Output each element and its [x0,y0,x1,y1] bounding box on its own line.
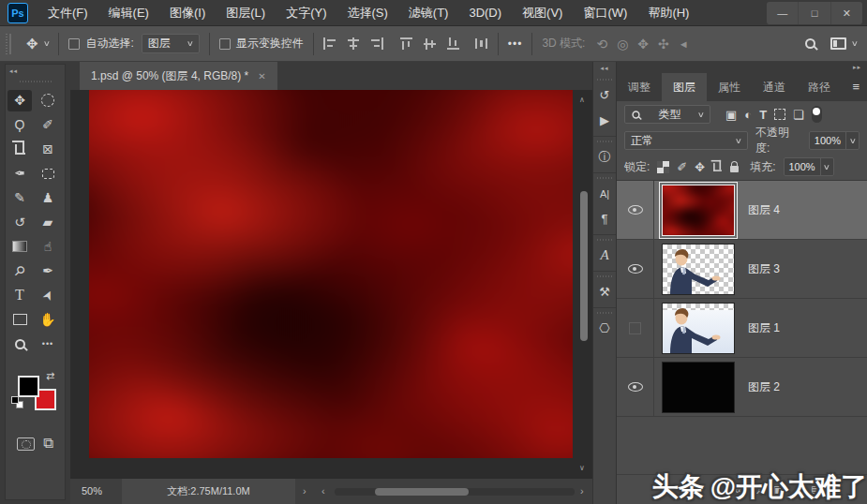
lock-position-icon[interactable]: ✥ [695,160,705,174]
layer-row-2[interactable]: 图层 2 [617,358,867,417]
swap-colors-icon[interactable]: ⇄ [46,370,54,382]
vertical-scroll-thumb[interactable] [580,191,588,341]
eraser-tool[interactable]: ▰ [36,212,60,233]
visibility-toggle[interactable] [617,181,654,239]
panel-menu-icon[interactable]: ≡ [852,80,860,94]
menu-type[interactable]: 文字(Y) [276,0,336,26]
eyedropper-tool[interactable]: ✒ [7,163,32,185]
tools-grip[interactable] [20,81,52,82]
tab-layers[interactable]: 图层 [662,73,707,101]
crop-tool[interactable] [7,139,32,160]
dodge-tool[interactable]: ⚲ [7,260,32,282]
status-expand-icon[interactable]: › [303,485,306,497]
character-panel-icon[interactable]: A| [593,181,616,206]
lock-transparency-icon[interactable] [657,161,669,173]
history-panel-icon[interactable]: ↺ [593,82,616,108]
gradient-tool[interactable] [7,236,32,258]
3d-panel-icon[interactable]: ⎔ [593,316,616,341]
filter-adjustment-layers-icon[interactable]: ◐ [744,108,752,122]
horizontal-scroll-thumb[interactable] [375,488,469,496]
layer-style-icon[interactable]: fx [754,483,762,497]
menu-filter[interactable]: 滤镜(T) [398,0,459,26]
menu-layer[interactable]: 图层(L) [216,0,276,26]
3d-roll-icon[interactable]: ◎ [617,37,628,52]
layer-name[interactable]: 图层 4 [748,202,780,218]
quick-selection-tool[interactable]: ✐ [36,114,60,136]
shape-tool[interactable] [7,309,32,331]
lock-all-icon[interactable] [730,166,739,172]
frame-tool[interactable]: ⊠ [36,139,60,160]
more-options-button[interactable]: ••• [508,37,523,51]
align-right-icon[interactable] [370,37,383,50]
auto-select-dropdown[interactable]: 图层 ∨ [142,34,200,53]
clone-stamp-tool[interactable]: ♟ [36,187,60,209]
layer-group-icon[interactable]: ▤ [811,483,821,497]
layer-row-1[interactable]: 图层 1 [617,299,867,358]
history-brush-tool[interactable]: ↺ [7,212,32,233]
layer-thumbnail-black[interactable] [662,362,735,413]
blend-mode-dropdown[interactable]: 正常 ∨ [624,131,748,150]
move-tool[interactable]: ✥ [7,90,32,111]
collapse-dock-icon[interactable]: ◂◂ [593,62,616,75]
filter-type-layers-icon[interactable]: T [759,108,767,122]
menu-help[interactable]: 帮助(H) [637,0,699,26]
show-transform-checkbox[interactable] [219,38,231,50]
layer-row-3[interactable]: 图层 3 [617,240,867,299]
expand-panel-icon[interactable]: ▸▸ [853,64,861,71]
default-colors-icon[interactable] [11,396,24,409]
hand-tool[interactable]: ✋ [36,309,60,331]
filter-pixel-layers-icon[interactable]: ▣ [725,108,737,122]
search-icon[interactable] [805,38,815,49]
path-selection-tool[interactable]: ➤ [36,285,60,306]
tab-properties[interactable]: 属性 [707,73,752,101]
3d-orbit-icon[interactable]: ⟲ [596,37,607,52]
healing-brush-tool[interactable] [36,163,60,185]
smudge-tool[interactable]: ☝ [36,236,60,258]
tool-preset-chevron-icon[interactable]: ∨ [42,39,50,48]
visibility-toggle[interactable] [617,240,654,298]
glyphs-panel-icon[interactable]: A [593,243,616,268]
layer-row-4[interactable]: 图层 4 [617,181,867,240]
marquee-tool[interactable] [36,90,60,111]
dock-grip[interactable] [597,79,612,81]
layer-name[interactable]: 图层 2 [748,379,780,395]
adjustment-layer-icon[interactable]: ◐ [794,483,800,497]
align-vertical-center-icon[interactable] [424,37,437,50]
document-image-red-clouds[interactable] [89,90,573,458]
lasso-tool[interactable]: Ϙ [7,114,32,136]
menu-image[interactable]: 图像(I) [159,0,216,26]
3d-camera-icon[interactable]: ◄ [679,38,689,50]
layer-thumbnail-red-clouds[interactable] [662,185,735,236]
vertical-scrollbar[interactable]: ∧ ∨ [576,90,590,478]
align-left-icon[interactable] [323,37,336,50]
close-button[interactable]: ✕ [830,2,862,24]
tab-channels[interactable]: 通道 [752,73,797,101]
lock-pixels-icon[interactable]: ✐ [677,160,687,174]
align-bottom-icon[interactable] [447,37,460,50]
align-top-icon[interactable] [400,37,413,50]
scroll-left-icon[interactable]: ‹ [321,485,325,497]
visibility-toggle[interactable] [617,299,654,357]
brush-tool[interactable]: ✎ [7,187,32,209]
workspace-switcher-icon[interactable] [830,37,846,50]
layer-name[interactable]: 图层 3 [748,261,780,277]
screen-mode-button[interactable]: ⧉ [43,435,53,452]
fill-field[interactable]: 100% ∨ [784,157,834,176]
scroll-up-icon[interactable]: ∧ [579,96,585,104]
delete-layer-icon[interactable]: ▯ [851,483,858,497]
zoom-level[interactable]: 50% [82,485,102,497]
document-tab[interactable]: 1.psd @ 50% (图层 4, RGB/8) * ✕ [80,62,277,90]
edit-toolbar-button[interactable]: ••• [36,334,60,355]
3d-pan-icon[interactable]: ✥ [637,37,649,52]
type-tool[interactable]: T [7,285,32,306]
menu-3d[interactable]: 3D(D) [458,0,512,26]
tool-presets-panel-icon[interactable]: ⚒ [593,279,616,304]
minimize-button[interactable]: — [767,2,798,24]
link-layers-icon[interactable]: ∞ [735,483,743,497]
paragraph-panel-icon[interactable]: ¶ [593,206,616,231]
quick-mask-button[interactable] [17,437,35,451]
menu-file[interactable]: 文件(F) [37,0,98,26]
layer-thumbnail-man-white[interactable] [662,303,735,354]
scroll-right-icon[interactable]: › [580,485,584,497]
options-grip[interactable] [6,34,7,54]
